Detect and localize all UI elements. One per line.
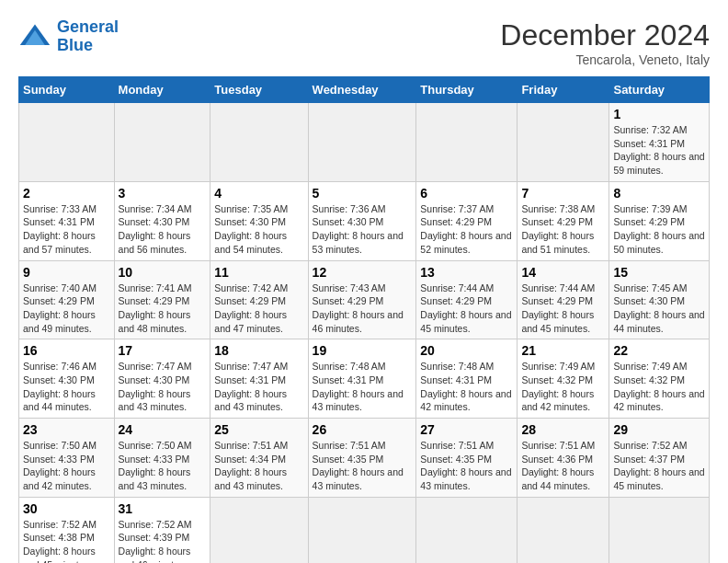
day-cell-26: 26Sunrise: 7:51 AMSunset: 4:35 PMDayligh… (308, 419, 416, 498)
weekday-header-thursday: Thursday (416, 77, 518, 103)
empty-cell (308, 497, 416, 563)
empty-cell (416, 103, 518, 182)
calendar-week-1: 1Sunrise: 7:32 AMSunset: 4:31 PMDaylight… (19, 103, 710, 182)
calendar-week-5: 23Sunrise: 7:50 AMSunset: 4:33 PMDayligh… (19, 419, 710, 498)
calendar-week-2: 2Sunrise: 7:33 AMSunset: 4:31 PMDaylight… (19, 181, 710, 260)
logo-text: General Blue (57, 18, 119, 55)
day-cell-11: 11Sunrise: 7:42 AMSunset: 4:29 PMDayligh… (210, 260, 308, 339)
weekday-header-tuesday: Tuesday (210, 77, 308, 103)
day-cell-10: 10Sunrise: 7:41 AMSunset: 4:29 PMDayligh… (114, 260, 210, 339)
day-cell-2: 2Sunrise: 7:33 AMSunset: 4:31 PMDaylight… (19, 181, 115, 260)
calendar-week-6: 30Sunrise: 7:52 AMSunset: 4:38 PMDayligh… (19, 497, 710, 563)
day-cell-28: 28Sunrise: 7:51 AMSunset: 4:36 PMDayligh… (518, 419, 609, 498)
day-cell-23: 23Sunrise: 7:50 AMSunset: 4:33 PMDayligh… (19, 419, 115, 498)
calendar-week-3: 9Sunrise: 7:40 AMSunset: 4:29 PMDaylight… (19, 260, 710, 339)
day-cell-5: 5Sunrise: 7:36 AMSunset: 4:30 PMDaylight… (308, 181, 416, 260)
logo-general: General (57, 17, 119, 36)
day-cell-3: 3Sunrise: 7:34 AMSunset: 4:30 PMDaylight… (114, 181, 210, 260)
day-cell-9: 9Sunrise: 7:40 AMSunset: 4:29 PMDaylight… (19, 260, 115, 339)
day-cell-14: 14Sunrise: 7:44 AMSunset: 4:29 PMDayligh… (518, 260, 609, 339)
day-cell-16: 16Sunrise: 7:46 AMSunset: 4:30 PMDayligh… (19, 339, 115, 419)
calendar-week-4: 16Sunrise: 7:46 AMSunset: 4:30 PMDayligh… (19, 339, 710, 419)
empty-cell (609, 497, 710, 563)
logo-icon (18, 20, 51, 53)
calendar-table: SundayMondayTuesdayWednesdayThursdayFrid… (18, 76, 710, 563)
weekday-header-monday: Monday (114, 77, 210, 103)
day-cell-4: 4Sunrise: 7:35 AMSunset: 4:30 PMDaylight… (210, 181, 308, 260)
empty-cell (114, 103, 210, 182)
day-cell-24: 24Sunrise: 7:50 AMSunset: 4:33 PMDayligh… (114, 419, 210, 498)
day-cell-6: 6Sunrise: 7:37 AMSunset: 4:29 PMDaylight… (416, 181, 518, 260)
weekday-header-sunday: Sunday (19, 77, 115, 103)
day-cell-17: 17Sunrise: 7:47 AMSunset: 4:30 PMDayligh… (114, 339, 210, 419)
empty-cell (19, 103, 115, 182)
day-cell-7: 7Sunrise: 7:38 AMSunset: 4:29 PMDaylight… (518, 181, 609, 260)
day-cell-27: 27Sunrise: 7:51 AMSunset: 4:35 PMDayligh… (416, 419, 518, 498)
day-cell-25: 25Sunrise: 7:51 AMSunset: 4:34 PMDayligh… (210, 419, 308, 498)
day-cell-31: 31Sunrise: 7:52 AMSunset: 4:39 PMDayligh… (114, 497, 210, 563)
day-cell-18: 18Sunrise: 7:47 AMSunset: 4:31 PMDayligh… (210, 339, 308, 419)
page-header: General Blue December 2024 Tencarola, Ve… (18, 18, 710, 67)
weekday-header-saturday: Saturday (609, 77, 710, 103)
empty-cell (210, 497, 308, 563)
logo: General Blue (18, 18, 119, 55)
day-cell-12: 12Sunrise: 7:43 AMSunset: 4:29 PMDayligh… (308, 260, 416, 339)
day-cell-15: 15Sunrise: 7:45 AMSunset: 4:30 PMDayligh… (609, 260, 710, 339)
location-subtitle: Tencarola, Veneto, Italy (500, 52, 710, 67)
day-cell-19: 19Sunrise: 7:48 AMSunset: 4:31 PMDayligh… (308, 339, 416, 419)
weekday-header-row: SundayMondayTuesdayWednesdayThursdayFrid… (19, 77, 710, 103)
day-cell-22: 22Sunrise: 7:49 AMSunset: 4:32 PMDayligh… (609, 339, 710, 419)
day-cell-20: 20Sunrise: 7:48 AMSunset: 4:31 PMDayligh… (416, 339, 518, 419)
logo-blue: Blue (57, 37, 119, 55)
day-cell-1: 1Sunrise: 7:32 AMSunset: 4:31 PMDaylight… (609, 103, 710, 182)
empty-cell (416, 497, 518, 563)
weekday-header-wednesday: Wednesday (308, 77, 416, 103)
day-cell-21: 21Sunrise: 7:49 AMSunset: 4:32 PMDayligh… (518, 339, 609, 419)
month-title: December 2024 (500, 18, 710, 52)
empty-cell (210, 103, 308, 182)
empty-cell (308, 103, 416, 182)
title-block: December 2024 Tencarola, Veneto, Italy (500, 18, 710, 67)
empty-cell (518, 497, 609, 563)
day-cell-30: 30Sunrise: 7:52 AMSunset: 4:38 PMDayligh… (19, 497, 115, 563)
day-cell-8: 8Sunrise: 7:39 AMSunset: 4:29 PMDaylight… (609, 181, 710, 260)
day-cell-13: 13Sunrise: 7:44 AMSunset: 4:29 PMDayligh… (416, 260, 518, 339)
weekday-header-friday: Friday (518, 77, 609, 103)
empty-cell (518, 103, 609, 182)
day-cell-29: 29Sunrise: 7:52 AMSunset: 4:37 PMDayligh… (609, 419, 710, 498)
